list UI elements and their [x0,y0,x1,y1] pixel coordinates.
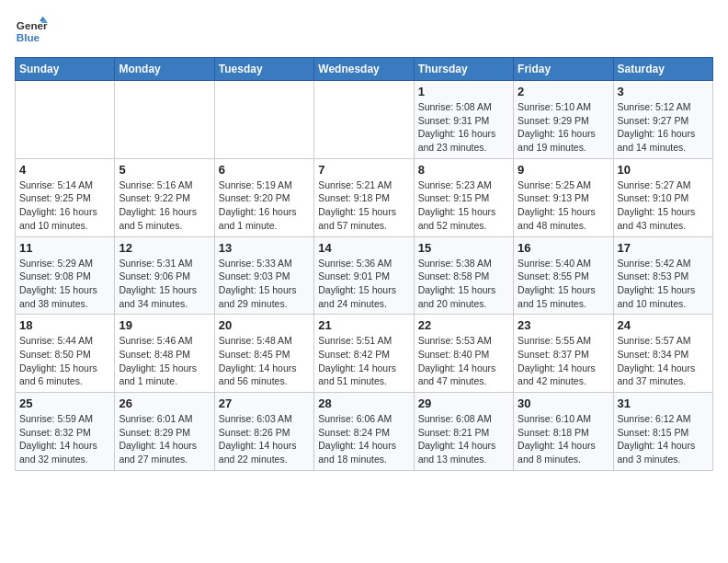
calendar-cell [16,81,115,159]
day-info: Sunrise: 5:27 AMSunset: 9:10 PMDaylight:… [618,178,709,233]
weekday-header-sunday: Sunday [16,58,115,81]
day-info: Sunrise: 6:01 AMSunset: 8:29 PMDaylight:… [119,412,210,466]
weekday-header-thursday: Thursday [414,58,513,81]
day-info: Sunrise: 5:44 AMSunset: 8:50 PMDaylight:… [19,334,110,388]
day-number: 16 [518,241,609,255]
day-info: Sunrise: 5:31 AMSunset: 9:06 PMDaylight:… [119,257,210,311]
weekday-header-tuesday: Tuesday [214,58,313,81]
day-number: 4 [19,163,110,177]
calendar-week-2: 4Sunrise: 5:14 AMSunset: 9:25 PMDaylight… [16,158,713,236]
day-number: 11 [19,241,110,255]
day-info: Sunrise: 6:08 AMSunset: 8:21 PMDaylight:… [418,412,509,466]
day-number: 15 [418,241,509,255]
calendar-cell: 18Sunrise: 5:44 AMSunset: 8:50 PMDayligh… [16,315,115,393]
day-info: Sunrise: 5:12 AMSunset: 9:27 PMDaylight:… [618,100,709,155]
day-number: 10 [618,163,709,177]
day-info: Sunrise: 5:53 AMSunset: 8:40 PMDaylight:… [418,334,509,388]
calendar-cell: 30Sunrise: 6:10 AMSunset: 8:18 PMDayligh… [514,393,613,471]
day-number: 3 [618,85,709,98]
day-info: Sunrise: 5:42 AMSunset: 8:53 PMDaylight:… [618,257,709,311]
day-number: 5 [119,163,210,177]
calendar-cell: 16Sunrise: 5:40 AMSunset: 8:55 PMDayligh… [514,236,613,315]
svg-text:Blue: Blue [17,31,40,43]
calendar-cell: 28Sunrise: 6:06 AMSunset: 8:24 PMDayligh… [314,393,414,471]
day-number: 31 [618,396,709,410]
calendar-cell: 10Sunrise: 5:27 AMSunset: 9:10 PMDayligh… [613,158,712,236]
calendar-cell: 15Sunrise: 5:38 AMSunset: 8:58 PMDayligh… [414,236,513,315]
calendar-cell: 11Sunrise: 5:29 AMSunset: 9:08 PMDayligh… [16,236,115,315]
day-info: Sunrise: 5:48 AMSunset: 8:45 PMDaylight:… [219,334,310,388]
day-info: Sunrise: 5:19 AMSunset: 9:20 PMDaylight:… [219,178,310,233]
day-info: Sunrise: 5:16 AMSunset: 9:22 PMDaylight:… [119,178,210,233]
calendar-cell: 25Sunrise: 5:59 AMSunset: 8:32 PMDayligh… [16,393,115,471]
day-info: Sunrise: 5:10 AMSunset: 9:29 PMDaylight:… [518,100,609,155]
day-number: 28 [318,396,409,410]
day-number: 17 [618,241,709,255]
day-info: Sunrise: 5:21 AMSunset: 9:18 PMDaylight:… [318,178,409,233]
calendar-cell: 22Sunrise: 5:53 AMSunset: 8:40 PMDayligh… [414,315,513,393]
day-number: 27 [219,396,310,410]
calendar-cell: 1Sunrise: 5:08 AMSunset: 9:31 PMDaylight… [414,81,513,159]
day-number: 29 [418,396,509,410]
calendar-header: SundayMondayTuesdayWednesdayThursdayFrid… [16,58,713,81]
calendar-cell [214,81,313,159]
calendar-cell: 3Sunrise: 5:12 AMSunset: 9:27 PMDaylight… [613,81,712,159]
calendar-cell: 14Sunrise: 5:36 AMSunset: 9:01 PMDayligh… [314,236,414,315]
calendar-cell: 23Sunrise: 5:55 AMSunset: 8:37 PMDayligh… [514,315,613,393]
calendar-cell: 27Sunrise: 6:03 AMSunset: 8:26 PMDayligh… [214,393,313,471]
day-number: 7 [318,163,409,177]
weekday-header-monday: Monday [115,58,214,81]
calendar-cell: 31Sunrise: 6:12 AMSunset: 8:15 PMDayligh… [613,393,712,471]
day-info: Sunrise: 5:57 AMSunset: 8:34 PMDaylight:… [618,334,709,388]
day-number: 22 [418,318,509,332]
day-info: Sunrise: 5:51 AMSunset: 8:42 PMDaylight:… [318,334,409,388]
day-number: 25 [19,396,110,410]
calendar-week-1: 1Sunrise: 5:08 AMSunset: 9:31 PMDaylight… [16,81,713,159]
calendar-cell: 20Sunrise: 5:48 AMSunset: 8:45 PMDayligh… [214,315,313,393]
day-info: Sunrise: 6:10 AMSunset: 8:18 PMDaylight:… [518,412,609,466]
day-info: Sunrise: 6:03 AMSunset: 8:26 PMDaylight:… [219,412,310,466]
calendar-cell: 2Sunrise: 5:10 AMSunset: 9:29 PMDaylight… [514,81,613,159]
calendar-cell [314,81,414,159]
weekday-header-wednesday: Wednesday [314,58,414,81]
calendar-cell: 17Sunrise: 5:42 AMSunset: 8:53 PMDayligh… [613,236,712,315]
calendar-cell: 13Sunrise: 5:33 AMSunset: 9:03 PMDayligh… [214,236,313,315]
calendar-cell: 26Sunrise: 6:01 AMSunset: 8:29 PMDayligh… [115,393,214,471]
day-info: Sunrise: 5:33 AMSunset: 9:03 PMDaylight:… [219,257,310,311]
calendar-cell: 24Sunrise: 5:57 AMSunset: 8:34 PMDayligh… [613,315,712,393]
calendar-week-5: 25Sunrise: 5:59 AMSunset: 8:32 PMDayligh… [16,393,713,471]
calendar-cell: 9Sunrise: 5:25 AMSunset: 9:13 PMDaylight… [514,158,613,236]
header: General Blue [15,15,713,48]
day-info: Sunrise: 5:55 AMSunset: 8:37 PMDaylight:… [518,334,609,388]
day-number: 19 [119,318,210,332]
day-number: 12 [119,241,210,255]
day-number: 2 [518,85,609,98]
calendar-table: SundayMondayTuesdayWednesdayThursdayFrid… [15,57,713,471]
day-info: Sunrise: 5:14 AMSunset: 9:25 PMDaylight:… [19,178,110,233]
calendar-cell: 19Sunrise: 5:46 AMSunset: 8:48 PMDayligh… [115,315,214,393]
day-info: Sunrise: 5:36 AMSunset: 9:01 PMDaylight:… [318,257,409,311]
day-number: 23 [518,318,609,332]
day-info: Sunrise: 5:29 AMSunset: 9:08 PMDaylight:… [19,257,110,311]
day-number: 8 [418,163,509,177]
calendar-cell [115,81,214,159]
weekday-header-friday: Friday [514,58,613,81]
day-info: Sunrise: 6:12 AMSunset: 8:15 PMDaylight:… [618,412,709,466]
day-number: 20 [219,318,310,332]
day-info: Sunrise: 5:23 AMSunset: 9:15 PMDaylight:… [418,178,509,233]
day-info: Sunrise: 6:06 AMSunset: 8:24 PMDaylight:… [318,412,409,466]
calendar-cell: 6Sunrise: 5:19 AMSunset: 9:20 PMDaylight… [214,158,313,236]
day-info: Sunrise: 5:38 AMSunset: 8:58 PMDaylight:… [418,257,509,311]
calendar-cell: 8Sunrise: 5:23 AMSunset: 9:15 PMDaylight… [414,158,513,236]
logo-icon: General Blue [15,15,48,48]
weekday-header-saturday: Saturday [613,58,712,81]
day-number: 9 [518,163,609,177]
day-info: Sunrise: 5:46 AMSunset: 8:48 PMDaylight:… [119,334,210,388]
day-number: 13 [219,241,310,255]
calendar-cell: 5Sunrise: 5:16 AMSunset: 9:22 PMDaylight… [115,158,214,236]
logo: General Blue [15,15,51,48]
day-number: 6 [219,163,310,177]
calendar-cell: 4Sunrise: 5:14 AMSunset: 9:25 PMDaylight… [16,158,115,236]
day-info: Sunrise: 5:08 AMSunset: 9:31 PMDaylight:… [418,100,509,155]
calendar-cell: 7Sunrise: 5:21 AMSunset: 9:18 PMDaylight… [314,158,414,236]
